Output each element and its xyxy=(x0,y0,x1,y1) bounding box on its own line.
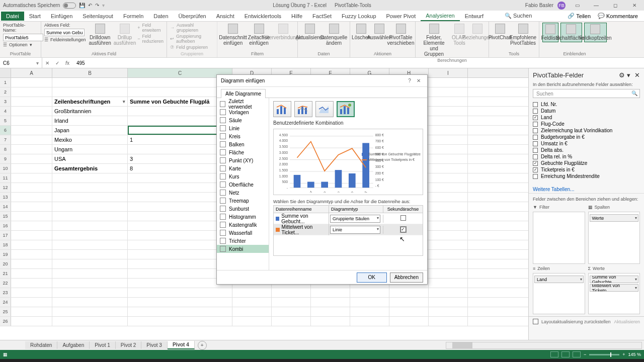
fields-items[interactable]: Felder, Elemente und Gruppen xyxy=(419,23,449,58)
zoom-in-icon[interactable]: + xyxy=(622,352,625,357)
row-head-9[interactable]: 9 xyxy=(0,154,11,163)
select-button[interactable]: Auswählen xyxy=(371,23,387,41)
defer-checkbox[interactable] xyxy=(533,319,538,324)
cell-B24[interactable] xyxy=(52,298,128,307)
row-head-19[interactable]: 19 xyxy=(0,250,11,259)
cell-C25[interactable] xyxy=(128,307,232,316)
field-land[interactable]: Land xyxy=(533,114,640,121)
area-rows[interactable]: Land xyxy=(533,273,585,314)
subtype-0[interactable] xyxy=(273,101,291,117)
chart-cat-kreis[interactable]: Kreis xyxy=(217,132,269,140)
cell-B26[interactable] xyxy=(52,317,128,326)
sheet-aufgaben[interactable]: Aufgaben xyxy=(57,341,90,349)
cell-B21[interactable] xyxy=(52,269,128,278)
row-head-11[interactable]: 11 xyxy=(0,173,11,183)
row-head-23[interactable]: 23 xyxy=(0,288,11,297)
change-datasource[interactable]: Datenquelle ändern xyxy=(321,23,347,47)
subtype-1[interactable] xyxy=(294,101,312,117)
field-settings[interactable]: ☰ Feldeinstellungen xyxy=(44,37,86,42)
fieldpane-tools-icon[interactable]: ⚙ ▾ xyxy=(619,71,630,79)
fieldpane-close-icon[interactable]: ✕ xyxy=(634,71,640,79)
chip-val-1[interactable]: Mittelwert von Ticketp... xyxy=(590,284,639,292)
tab-suchen[interactable]: 🔍 Suchen xyxy=(500,11,537,21)
cell-B18[interactable] xyxy=(52,240,128,249)
close-icon[interactable]: ✕ xyxy=(627,1,642,10)
cell-B25[interactable] xyxy=(52,307,128,316)
cell-B4[interactable]: Großbritannien xyxy=(52,107,128,116)
update-button[interactable]: Aktualisieren xyxy=(614,319,640,324)
cell-B9[interactable]: USA xyxy=(52,154,128,163)
row-head-20[interactable]: 20 xyxy=(0,259,11,268)
add-sheet-button[interactable]: + xyxy=(198,341,207,350)
row-head-2[interactable]: 2 xyxy=(0,87,11,97)
chart-cat-oberflche[interactable]: Oberfläche xyxy=(217,180,269,189)
row-head-1[interactable]: 1 xyxy=(0,78,11,87)
row-head-12[interactable]: 12 xyxy=(0,183,11,192)
avatar[interactable]: FB xyxy=(557,2,566,10)
chart-cat-sule[interactable]: Säule xyxy=(217,116,269,124)
area-columns[interactable]: Werte xyxy=(588,212,640,264)
ungroup[interactable]: ↩ Gruppierung aufheben xyxy=(170,34,214,44)
zoom-out-icon[interactable]: − xyxy=(584,352,586,357)
relations[interactable]: Beziehungen xyxy=(469,23,486,41)
cell-C24[interactable] xyxy=(128,298,232,307)
field-erreichungmindestrendite[interactable]: Erreichung Mindestrendite xyxy=(533,173,640,179)
area-filter[interactable] xyxy=(533,212,585,264)
row-head-15[interactable]: 15 xyxy=(0,212,11,221)
row-head-8[interactable]: 8 xyxy=(0,145,11,154)
row-head-6[interactable]: 6 xyxy=(0,126,11,135)
formula-value[interactable]: 495 xyxy=(72,60,85,66)
chip-col-werte[interactable]: Werte xyxy=(590,214,639,222)
subtype-2[interactable] xyxy=(315,101,334,117)
expand-field[interactable]: + Feld erweitern xyxy=(137,23,164,33)
row-head-3[interactable]: 3 xyxy=(0,97,11,106)
cell-B1[interactable] xyxy=(52,78,128,87)
chart-cat-kurs[interactable]: Kurs xyxy=(217,172,269,180)
tab-entwicklertools[interactable]: Entwicklertools xyxy=(239,12,286,21)
pivotchart-button[interactable]: PivotChart xyxy=(492,23,508,41)
chart-cat-zuletztverwendet[interactable]: Zuletzt verwendet xyxy=(217,100,269,108)
cell-B11[interactable] xyxy=(52,173,128,183)
chart-cat-wasserfall[interactable]: Wasserfall xyxy=(217,229,269,237)
fx-icon[interactable]: fx xyxy=(62,60,72,66)
cell-B19[interactable] xyxy=(52,250,128,259)
area-values[interactable]: Summe von Gebuchte... Mittelwert von Tic… xyxy=(588,273,640,314)
sheet-pivot1[interactable]: Pivot 1 xyxy=(90,341,116,349)
pt-name-input[interactable] xyxy=(3,34,43,41)
field-budgetvorgabein[interactable]: Budgetvorgabe in € xyxy=(533,134,640,140)
chart-cat-kombi[interactable]: Kombi xyxy=(217,245,269,253)
drillup-button[interactable]: Drillup ausführen xyxy=(114,23,135,47)
field-gebuchteflugpltze[interactable]: Gebuchte Flugplätze xyxy=(533,160,640,166)
chip-row-land[interactable]: Land xyxy=(534,276,584,283)
field-ticketpreisin[interactable]: Ticketpreis in € xyxy=(533,166,640,173)
field-deltarelin[interactable]: Delta rel. in % xyxy=(533,153,640,160)
af-input[interactable] xyxy=(44,29,85,36)
cell-C23[interactable] xyxy=(128,288,232,297)
cancel-button[interactable]: Abbrechen xyxy=(390,273,423,283)
tab-factset[interactable]: FactSet xyxy=(307,12,337,21)
series-0-secondary-checkbox[interactable] xyxy=(400,215,406,221)
field-zielerreichunglautvorindikation[interactable]: Zielerreichung laut Vorindikation xyxy=(533,127,640,134)
field-flugcode[interactable]: Flug-Code xyxy=(533,121,640,127)
sheet-pivot3[interactable]: Pivot 3 xyxy=(141,341,168,349)
tab-start[interactable]: Start xyxy=(24,12,46,21)
row-head-4[interactable]: 4 xyxy=(0,107,11,116)
group-field[interactable]: ⑦ Feld gruppieren xyxy=(170,45,214,50)
cell-B15[interactable] xyxy=(52,212,128,221)
more-tables-link[interactable]: Weitere Tabellen... xyxy=(529,186,644,193)
minimize-icon[interactable]: — xyxy=(589,1,604,10)
enter-formula-icon[interactable]: ✓ xyxy=(52,60,62,66)
zoom-value[interactable]: 145 % xyxy=(628,352,641,357)
chart-cat-kastengrafik[interactable]: Kastengrafik xyxy=(217,221,269,229)
tab-fuzzy[interactable]: Fuzzy Lookup xyxy=(337,12,381,21)
row-head-25[interactable]: 25 xyxy=(0,307,11,316)
cell-B12[interactable] xyxy=(52,183,128,192)
tab-powerpivot[interactable]: Power Pivot xyxy=(381,12,421,21)
chart-cat-linie[interactable]: Linie xyxy=(217,124,269,132)
tab-entwurf[interactable]: Entwurf xyxy=(460,12,489,21)
view-normal-icon[interactable] xyxy=(550,351,558,357)
headers-toggle[interactable]: Feldkopfzeilen xyxy=(584,23,607,42)
col-head-B[interactable]: B xyxy=(52,68,128,77)
tab-hilfe[interactable]: Hilfe xyxy=(286,12,307,21)
row-head-24[interactable]: 24 xyxy=(0,298,11,307)
